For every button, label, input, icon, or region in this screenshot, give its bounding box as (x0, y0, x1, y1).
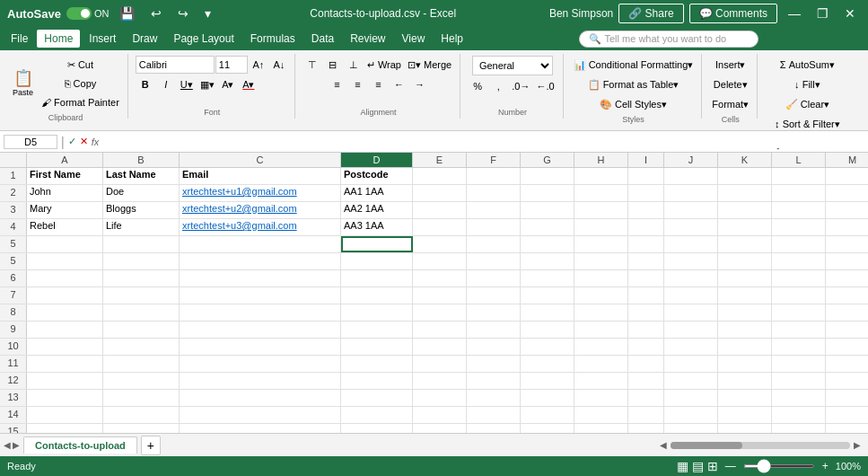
cell-c13[interactable] (180, 390, 341, 406)
cell-m7[interactable] (826, 287, 868, 304)
cell-c12[interactable] (180, 373, 341, 389)
menu-file[interactable]: File (4, 30, 35, 48)
cell-d6[interactable] (341, 270, 413, 286)
cell-g4[interactable] (521, 219, 574, 235)
cell-j15[interactable] (664, 424, 718, 433)
cell-m14[interactable] (826, 407, 868, 423)
cell-styles-button[interactable]: 🎨 Cell Styles▾ (597, 95, 670, 113)
cell-e4[interactable] (413, 219, 467, 235)
cell-d3[interactable]: AA2 1AA (341, 202, 413, 218)
cell-j2[interactable] (664, 185, 718, 201)
cell-k6[interactable] (718, 270, 772, 286)
format-painter-button[interactable]: 🖌 Format Painter (39, 93, 122, 111)
col-header-k[interactable]: K (718, 153, 772, 167)
menu-page-layout[interactable]: Page Layout (166, 30, 241, 48)
cell-d5[interactable] (341, 253, 413, 269)
cell-h10[interactable] (574, 339, 628, 355)
cell-m8[interactable] (826, 304, 868, 321)
cell-a5[interactable] (27, 253, 103, 269)
cell-c9[interactable] (180, 322, 341, 338)
decrease-decimal-button[interactable]: ←.0 (533, 77, 557, 95)
cell-i9[interactable] (628, 322, 664, 338)
cell-k13[interactable] (718, 390, 772, 406)
cell-c3[interactable]: xrtechtest+u2@gmail.com (180, 202, 341, 218)
cell-i10[interactable] (628, 339, 664, 355)
row-num-12[interactable]: 12 (0, 373, 27, 389)
row-num-1[interactable]: 1 (0, 168, 27, 184)
cell-a13[interactable] (27, 390, 103, 406)
tell-me-box[interactable]: 🔍 Tell me what you want to do (579, 31, 758, 48)
cell-l15[interactable] (772, 424, 826, 433)
cell-c14[interactable] (180, 407, 341, 423)
cell-e3[interactable] (413, 202, 467, 218)
border-button[interactable]: ▦▾ (197, 75, 217, 93)
view-layout-button[interactable]: ▤ (692, 459, 704, 473)
col-header-b[interactable]: B (103, 153, 180, 167)
menu-help[interactable]: Help (434, 30, 470, 48)
col-header-h[interactable]: H (574, 153, 628, 167)
cell-a8[interactable] (27, 304, 103, 321)
cell-f15[interactable] (467, 424, 521, 433)
cell-i14[interactable] (628, 407, 664, 423)
row-num-4[interactable]: 4 (0, 219, 27, 235)
cell-g2[interactable] (521, 185, 574, 201)
cell-f7[interactable] (467, 287, 521, 304)
cell-k3[interactable] (718, 202, 772, 218)
menu-view[interactable]: View (395, 30, 433, 48)
cell-e14[interactable] (413, 407, 467, 423)
cell-b1[interactable]: Last Name (103, 168, 180, 184)
cell-k14[interactable] (718, 407, 772, 423)
quick-access-more[interactable]: ▾ (199, 4, 216, 22)
cell-f8[interactable] (467, 304, 521, 321)
cell-l11[interactable] (772, 356, 826, 372)
cell-a9[interactable] (27, 322, 103, 338)
row-num-11[interactable]: 11 (0, 356, 27, 372)
align-center-button[interactable]: ≡ (348, 75, 368, 93)
align-right-button[interactable]: ≡ (369, 75, 389, 93)
cell-c8[interactable] (180, 304, 341, 321)
cell-g5[interactable] (521, 236, 574, 252)
cell-d8[interactable] (341, 304, 413, 321)
cell-b3[interactable]: Bloggs (103, 202, 180, 218)
cell-i5[interactable] (628, 236, 664, 252)
scroll-bar-right[interactable]: ▶ (854, 440, 861, 450)
cell-g5[interactable] (521, 253, 574, 269)
col-header-d[interactable]: D (341, 153, 413, 167)
cell-l5[interactable] (772, 253, 826, 269)
cell-j1[interactable] (664, 168, 718, 184)
cell-f3[interactable] (467, 202, 521, 218)
row-num-7[interactable]: 7 (0, 287, 27, 304)
cell-f2[interactable] (467, 185, 521, 201)
cell-l9[interactable] (772, 322, 826, 338)
cell-e5[interactable] (413, 236, 467, 252)
cell-b11[interactable] (103, 356, 180, 372)
cell-i4[interactable] (628, 219, 664, 235)
cell-k2[interactable] (718, 185, 772, 201)
format-button[interactable]: Format▾ (709, 95, 751, 113)
align-top-button[interactable]: ⊤ (302, 56, 322, 74)
cell-b2[interactable]: Doe (103, 185, 180, 201)
cell-e13[interactable] (413, 390, 467, 406)
cell-l14[interactable] (772, 407, 826, 423)
cell-i12[interactable] (628, 373, 664, 389)
cell-l4[interactable] (772, 219, 826, 235)
cell-c2[interactable]: xrtechtest+u1@gmail.com (180, 185, 341, 201)
font-size-increase-button[interactable]: A↑ (249, 56, 268, 74)
cell-h2[interactable] (574, 185, 628, 201)
align-left-button[interactable]: ≡ (328, 75, 347, 93)
cell-m15[interactable] (826, 424, 868, 433)
cell-g11[interactable] (521, 356, 574, 372)
cell-d5[interactable] (341, 236, 413, 252)
cell-d13[interactable] (341, 390, 413, 406)
cell-m12[interactable] (826, 373, 868, 389)
font-size-input[interactable] (215, 56, 248, 74)
indent-increase-button[interactable]: → (410, 75, 430, 93)
cell-c10[interactable] (180, 339, 341, 355)
cell-g1[interactable] (521, 168, 574, 184)
cell-a10[interactable] (27, 339, 103, 355)
cell-k4[interactable] (718, 219, 772, 235)
sheet-tab-contacts[interactable]: Contacts-to-upload (23, 436, 137, 454)
menu-insert[interactable]: Insert (82, 30, 123, 48)
cell-i13[interactable] (628, 390, 664, 406)
cell-b5[interactable] (103, 253, 180, 269)
